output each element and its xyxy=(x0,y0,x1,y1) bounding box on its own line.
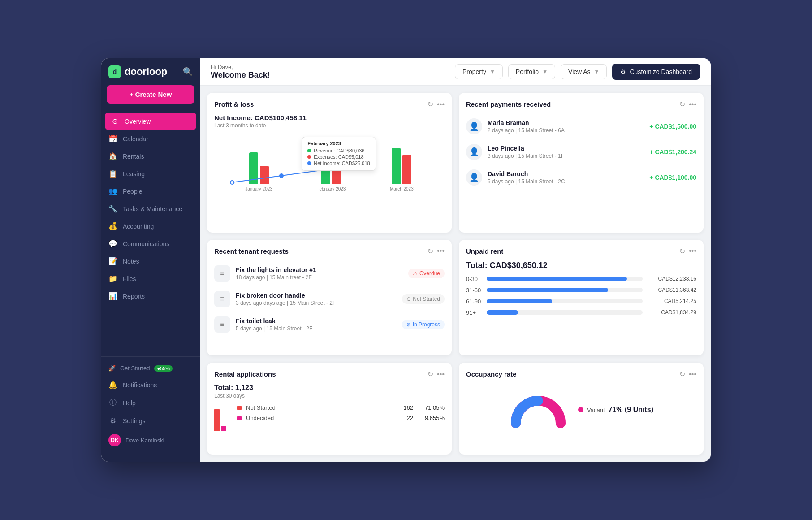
status-icon: ⊕ xyxy=(406,321,411,328)
rocket-icon: 🚀 xyxy=(108,365,116,372)
get-started-item[interactable]: 🚀 Get Started ●55% xyxy=(101,360,200,376)
request-item: ≡ Fix toilet leak 5 days ago | 15 Main S… xyxy=(214,312,445,337)
property-dropdown[interactable]: Property ▼ xyxy=(455,64,503,79)
more-options-icon[interactable]: ••• xyxy=(689,100,696,108)
payment-amount: + CAD$1,500.00 xyxy=(649,123,696,130)
search-icon[interactable]: 🔍 xyxy=(183,67,193,77)
rent-range-label: 91+ xyxy=(466,309,482,316)
sidebar-item-label: Rentals xyxy=(123,153,144,160)
more-options-icon[interactable]: ••• xyxy=(689,370,696,378)
settings-label: Settings xyxy=(123,417,146,425)
apps-total: Total: 1,123 xyxy=(214,384,445,392)
nav-menu: ⊙Overview📅Calendar🏠Rentals📋Leasing👥Peopl… xyxy=(101,111,200,353)
refresh-icon[interactable]: ↻ xyxy=(679,370,685,378)
status-badge: ⊖ Not Started xyxy=(402,294,445,304)
expense-bar-jan xyxy=(260,166,269,184)
user-name: Dave Kaminski xyxy=(125,437,164,444)
portfolio-dropdown[interactable]: Portfolio ▼ xyxy=(508,64,555,79)
rent-bar-bg xyxy=(487,310,643,315)
notes-icon: 📝 xyxy=(108,257,117,265)
request-info: Fix the lights in elevator #1 18 days ag… xyxy=(236,266,403,281)
sidebar-item-tasks[interactable]: 🔧Tasks & Maintenance xyxy=(101,200,200,217)
status-badge: ⊕ In Progress xyxy=(402,320,445,329)
refresh-icon[interactable]: ↻ xyxy=(428,247,433,256)
app-label: Undecided xyxy=(246,415,391,421)
legend-item-vacant: Vacant 71% (9 Units) xyxy=(578,406,653,414)
month-label-feb: February 2023 xyxy=(316,186,346,191)
app-row: Not Started 162 71.05% xyxy=(237,404,445,411)
get-started-label: Get Started xyxy=(120,365,150,372)
rent-amount: CAD5,214.25 xyxy=(647,298,696,304)
bar-group-mar: March 2023 xyxy=(390,148,414,191)
payment-avatar: 👤 xyxy=(466,169,482,186)
sidebar-item-label: Leasing xyxy=(123,170,145,178)
create-new-button[interactable]: + Create New xyxy=(107,85,194,104)
request-title: Fix toilet leak xyxy=(236,317,397,325)
welcome-text: Hi Dave, Welcome Back! xyxy=(211,64,270,80)
payment-name: Maria Braman xyxy=(488,119,644,126)
chevron-down-icon: ▼ xyxy=(542,69,548,75)
rent-range-label: 0-30 xyxy=(466,276,482,282)
sidebar-item-notes[interactable]: 📝Notes xyxy=(101,252,200,270)
vacant-label: Vacant xyxy=(587,407,605,413)
customize-dashboard-button[interactable]: ⚙ Customize Dashboard xyxy=(612,64,700,80)
apps-mini-chart xyxy=(214,404,226,431)
rentals-icon: 🏠 xyxy=(108,152,117,160)
expense-bar-mar xyxy=(402,155,411,184)
refresh-icon[interactable]: ↻ xyxy=(679,100,685,108)
sidebar-item-overview[interactable]: ⊙Overview xyxy=(105,113,196,130)
chart-tooltip: February 2023 Revenue: CAD$30,036 Expens… xyxy=(302,137,376,171)
status-label: In Progress xyxy=(413,321,440,328)
user-item[interactable]: DK Dave Kaminski xyxy=(101,429,200,451)
sidebar-item-leasing[interactable]: 📋Leasing xyxy=(101,165,200,182)
payment-item: 👤 Maria Braman 2 days ago | 15 Main Stre… xyxy=(466,114,696,139)
payment-item: 👤 Leo Pincella 3 days ago | 15 Main Stre… xyxy=(466,139,696,165)
app-count: 22 xyxy=(395,415,413,421)
rental-apps-title: Rental applications xyxy=(214,370,276,378)
sidebar-logo: d doorloop 🔍 xyxy=(101,65,200,85)
property-label: Property xyxy=(462,68,486,75)
payment-info: David Baruch 5 days ago | 15 Main Street… xyxy=(488,170,644,185)
chevron-down-icon: ▼ xyxy=(490,69,495,75)
refresh-icon[interactable]: ↻ xyxy=(428,100,433,108)
app-pct: 9.655% xyxy=(418,415,445,421)
sidebar-item-people[interactable]: 👥People xyxy=(101,182,200,200)
user-avatar: DK xyxy=(108,434,121,446)
apps-rows: Not Started 162 71.05% Undecided 22 9.65… xyxy=(237,404,445,431)
gear-icon: ⚙ xyxy=(620,68,626,75)
sidebar-item-settings[interactable]: ⚙ Settings xyxy=(101,412,200,429)
sidebar-item-reports[interactable]: 📊Reports xyxy=(101,287,200,305)
refresh-icon[interactable]: ↻ xyxy=(428,370,433,378)
sidebar-item-help[interactable]: ⓘ Help xyxy=(101,394,200,412)
sidebar-item-notifications[interactable]: 🔔 Notifications xyxy=(101,376,200,394)
sidebar-bottom: 🚀 Get Started ●55% 🔔 Notifications ⓘ Hel… xyxy=(101,356,200,455)
card-actions: ↻ ••• xyxy=(679,100,696,108)
sidebar-item-files[interactable]: 📁Files xyxy=(101,270,200,287)
sidebar-item-rentals[interactable]: 🏠Rentals xyxy=(101,147,200,165)
sidebar-item-calendar[interactable]: 📅Calendar xyxy=(101,130,200,147)
tooltip-revenue: Revenue: CAD$30,036 xyxy=(307,148,370,153)
sidebar-item-label: Overview xyxy=(125,118,151,125)
rent-bar-fill xyxy=(487,277,627,281)
refresh-icon[interactable]: ↻ xyxy=(679,247,685,256)
more-options-icon[interactable]: ••• xyxy=(689,247,696,255)
top-bar-actions: Property ▼ Portfolio ▼ View As ▼ ⚙ Custo… xyxy=(455,64,700,80)
request-info: Fix broken door handle 3 days ago days a… xyxy=(236,292,397,306)
sidebar-item-label: Tasks & Maintenance xyxy=(123,205,182,212)
view-as-dropdown[interactable]: View As ▼ xyxy=(561,64,607,79)
rent-row: 61-90 CAD5,214.25 xyxy=(466,298,696,305)
payment-meta: 5 days ago | 15 Main Street - 2C xyxy=(488,178,644,185)
payment-name: Leo Pincella xyxy=(488,145,644,152)
people-icon: 👥 xyxy=(108,187,117,195)
sidebar-item-communications[interactable]: 💬Communications xyxy=(101,235,200,252)
occupancy-rate-card: Occupancy rate ↻ ••• xyxy=(459,363,704,455)
more-options-icon[interactable]: ••• xyxy=(437,247,445,255)
unpaid-rent-card: Unpaid rent ↻ ••• Total: CAD$30,650.12 0… xyxy=(459,240,704,356)
unpaid-rent-title: Unpaid rent xyxy=(466,247,503,255)
sidebar-item-accounting[interactable]: 💰Accounting xyxy=(101,217,200,235)
more-options-icon[interactable]: ••• xyxy=(437,100,445,108)
card-header: Profit & loss ↻ ••• xyxy=(214,100,445,108)
more-options-icon[interactable]: ••• xyxy=(437,370,445,378)
occupancy-title: Occupancy rate xyxy=(466,370,517,378)
dashboard-grid: Profit & loss ↻ ••• Net Income: CAD$100,… xyxy=(200,86,711,462)
